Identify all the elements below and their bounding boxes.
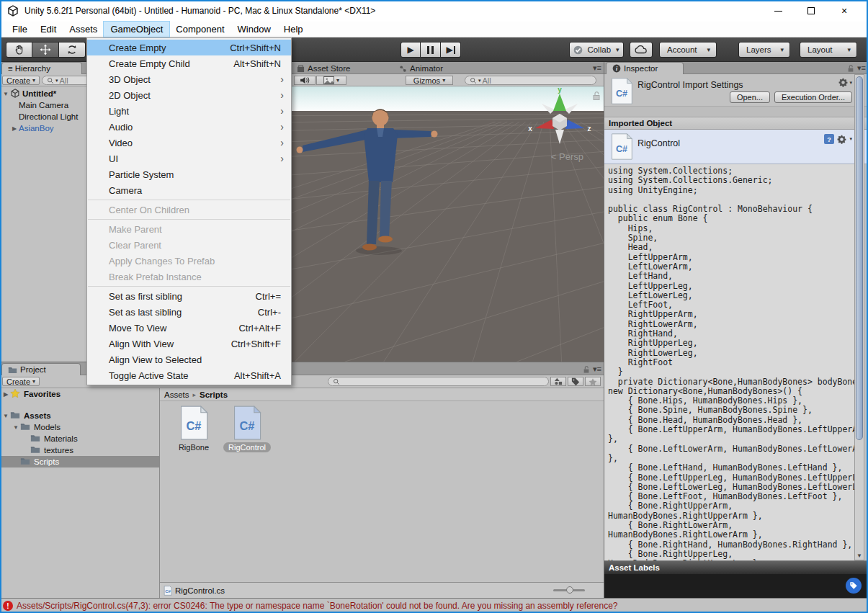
help-icon[interactable]: ?: [824, 134, 834, 144]
tab-animator[interactable]: Animator: [395, 63, 447, 74]
menu-item-move-to-view[interactable]: Move To ViewCtrl+Alt+F: [87, 320, 291, 336]
project-folder-assets[interactable]: ▼Assets: [0, 410, 159, 421]
rotate-tool-button[interactable]: [59, 42, 86, 58]
project-tab[interactable]: Project: [1, 363, 81, 375]
asset-label-tag-button[interactable]: [846, 578, 862, 594]
asset-rigcontrol[interactable]: C#RigControl: [222, 406, 272, 452]
menu-item-3d-object[interactable]: 3D Object›: [87, 71, 291, 87]
inspector-scrollbar[interactable]: ▼: [854, 74, 864, 560]
search-by-type-button[interactable]: [550, 377, 566, 386]
project-folder-tree: ▶Favorites▼Assets▼ModelsMaterialstexture…: [0, 388, 160, 598]
panel-menu-icon[interactable]: ▾≡: [593, 63, 601, 73]
maximize-button[interactable]: [795, 0, 828, 22]
inspector-tab[interactable]: i Inspector: [606, 62, 684, 74]
pause-button[interactable]: [421, 42, 441, 58]
project-search-input[interactable]: [328, 377, 549, 386]
menu-item-align-view-to-selected[interactable]: Align View to Selected: [87, 352, 291, 367]
breadcrumb-root[interactable]: Assets: [164, 390, 189, 399]
menu-item-set-as-first-sibling[interactable]: Set as first siblingCtrl+=: [87, 288, 291, 304]
project-folder-label: Assets: [24, 411, 51, 420]
layout-dropdown[interactable]: Layout ▾: [800, 42, 857, 58]
menu-item-ui[interactable]: UI›: [87, 151, 291, 166]
project-folder-textures[interactable]: textures: [0, 444, 159, 456]
account-dropdown[interactable]: Account ▾: [659, 42, 717, 58]
gear-icon[interactable]: [837, 135, 846, 144]
audio-toggle-button[interactable]: [294, 76, 316, 85]
menubar-item-gameobject[interactable]: GameObject: [104, 22, 169, 37]
gizmos-dropdown-button[interactable]: Gizmos ▾: [406, 76, 453, 85]
lock-icon[interactable]: [583, 365, 590, 374]
search-by-label-button[interactable]: [568, 377, 583, 386]
menu-item-toggle-active-state[interactable]: Toggle Active StateAlt+Shift+A: [87, 367, 291, 383]
play-button[interactable]: ▶: [401, 42, 421, 58]
project-folder-scripts[interactable]: Scripts: [0, 456, 159, 467]
project-create-button[interactable]: Create ▾: [2, 377, 40, 386]
menu-item-audio[interactable]: Audio›: [87, 119, 291, 135]
project-folder-materials[interactable]: Materials: [0, 433, 159, 444]
menu-item-light[interactable]: Light›: [87, 103, 291, 119]
svg-text:C#: C#: [240, 419, 255, 432]
perspective-label[interactable]: < Persp: [551, 151, 583, 162]
menu-item-label: Break Prefab Instance: [109, 272, 284, 282]
step-button[interactable]: ▶: [441, 42, 461, 58]
open-button[interactable]: Open...: [730, 91, 770, 103]
asset-rigbone[interactable]: C#RigBone: [169, 406, 219, 452]
chevron-down-icon: ▾: [707, 46, 710, 53]
status-bar[interactable]: ! Assets/Scripts/RigControl.cs(47,3): er…: [0, 598, 868, 613]
menubar-item-window[interactable]: Window: [231, 22, 277, 37]
layers-dropdown[interactable]: Layers ▾: [738, 42, 790, 58]
panel-menu-icon[interactable]: ▾≡: [593, 364, 601, 374]
expander-icon[interactable]: ▼: [1, 413, 10, 419]
menubar-item-file[interactable]: File: [6, 22, 34, 37]
menu-item-label: Align View to Selected: [109, 354, 284, 365]
move-tool-button[interactable]: [32, 42, 59, 58]
menubar-item-component[interactable]: Component: [169, 22, 231, 37]
chevron-down-icon: ▾: [849, 136, 852, 142]
menu-item-camera[interactable]: Camera: [87, 182, 291, 198]
menubar-item-edit[interactable]: Edit: [34, 22, 63, 37]
hierarchy-create-button[interactable]: Create ▾: [2, 76, 40, 85]
scene-orientation-gizmo[interactable]: y x z: [517, 88, 602, 154]
execution-order-button[interactable]: Execution Order...: [774, 91, 852, 103]
axis-z-label: z: [588, 125, 591, 133]
slider-thumb[interactable]: [566, 586, 573, 594]
menu-item-create-empty[interactable]: Create EmptyCtrl+Shift+N: [87, 40, 291, 55]
menu-item-2d-object[interactable]: 2D Object›: [87, 87, 291, 103]
menu-item-align-with-view[interactable]: Align With ViewCtrl+Shift+F: [87, 336, 291, 352]
menubar-item-assets[interactable]: Assets: [63, 22, 104, 37]
collab-button[interactable]: Collab ▾: [569, 42, 624, 58]
scrollbar-thumb[interactable]: [856, 76, 863, 440]
project-folder-favorites[interactable]: ▶Favorites: [0, 388, 159, 400]
menu-item-create-empty-child[interactable]: Create Empty ChildAlt+Shift+N: [87, 55, 291, 71]
close-button[interactable]: ×: [828, 0, 861, 22]
menu-item-label: Apply Changes To Prefab: [109, 256, 284, 267]
project-folder-models[interactable]: ▼Models: [0, 421, 159, 433]
panel-menu-icon[interactable]: ▾≡: [857, 63, 865, 73]
gear-icon[interactable]: [838, 78, 848, 87]
hand-tool-button[interactable]: [6, 42, 32, 58]
breadcrumb-arrow-icon: ▸: [193, 391, 197, 398]
lock-icon[interactable]: [847, 64, 854, 73]
asset-labels-header[interactable]: Asset Labels: [604, 560, 868, 574]
menubar-item-help[interactable]: Help: [277, 22, 310, 37]
thumbnail-zoom-slider[interactable]: [553, 589, 585, 591]
expander-icon[interactable]: ▼: [12, 424, 20, 431]
scroll-down-arrow-icon[interactable]: ▼: [855, 552, 864, 559]
cloud-button[interactable]: [630, 42, 653, 58]
menu-item-set-as-last-sibling[interactable]: Set as last siblingCtrl+-: [87, 304, 291, 320]
menu-item-label: Align With View: [109, 339, 231, 349]
effects-dropdown-button[interactable]: ▾: [316, 76, 346, 85]
expander-icon[interactable]: ▼: [1, 91, 10, 97]
menu-item-video[interactable]: Video›: [87, 135, 291, 151]
expander-icon[interactable]: ▶: [10, 125, 19, 132]
breadcrumb-current[interactable]: Scripts: [200, 390, 228, 399]
menu-item-particle-system[interactable]: Particle System: [87, 166, 291, 182]
favorite-search-button[interactable]: [585, 377, 601, 386]
csharp-file-icon: C#: [164, 586, 172, 596]
minimize-button[interactable]: [761, 0, 795, 22]
scene-search-input[interactable]: ▾ All: [465, 76, 596, 85]
lock-icon: [592, 91, 601, 101]
expander-icon[interactable]: ▶: [1, 391, 10, 398]
tab-asset-store[interactable]: Asset Store: [292, 63, 354, 74]
hierarchy-tab[interactable]: ≡ Hierarchy: [1, 62, 82, 74]
